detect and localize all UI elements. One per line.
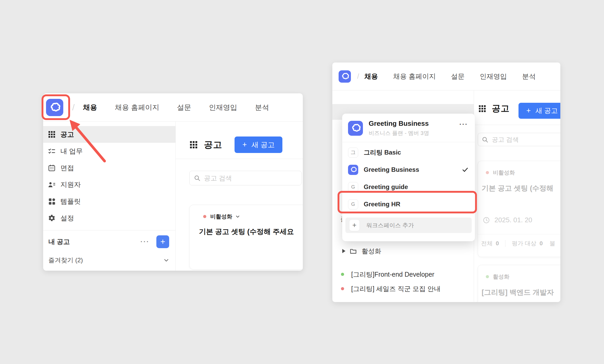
tab-career-site[interactable]: 채용 홈페이지: [393, 72, 436, 81]
window-left: / 채용 채용 홈페이지 설문 인재영입 분석 공고: [43, 93, 303, 271]
status-row: 비활성화: [203, 213, 303, 220]
favorites-row[interactable]: 즐겨찾기 (2): [43, 253, 175, 268]
workspace-more-button[interactable]: ···: [459, 121, 468, 128]
new-posting-button[interactable]: + 새 공고: [518, 103, 560, 119]
greeting-blob-icon: [48, 101, 61, 114]
workspace-logo-icon: [348, 165, 358, 175]
folder-label: 활성화: [362, 247, 381, 255]
status-dot-inactive: [203, 215, 206, 218]
search-input[interactable]: [492, 136, 560, 143]
workspace-initial-icon: 그: [348, 147, 358, 158]
posting-list-item[interactable]: [그리팅]Front-end Developer: [332, 268, 474, 281]
tab-career-site[interactable]: 채용 홈페이지: [115, 103, 159, 112]
new-posting-label: 새 공고: [252, 140, 275, 150]
tab-analytics[interactable]: 분석: [255, 103, 269, 112]
workspace-list: 그 그리팅 Basic Greeting Business: [342, 142, 475, 213]
sidebar-item-settings[interactable]: 설정: [43, 210, 175, 226]
left-topbar: / 채용 채용 홈페이지 설문 인재영입 분석: [43, 93, 303, 122]
chevron-down-icon[interactable]: [235, 214, 240, 219]
greeting-blob-icon: [350, 122, 361, 134]
grid-icon: [189, 140, 198, 149]
workspace-item-greeting-guide[interactable]: G Greeting guide: [342, 178, 475, 196]
posting-title: [그리팅] 백엔드 개발자: [482, 288, 560, 297]
posting-date: 2025. 01. 20: [494, 216, 532, 224]
check-icon: [462, 166, 469, 173]
status-badge: 비활성화: [493, 169, 515, 176]
workspace-logo: [348, 121, 363, 136]
status-dot-active: [341, 273, 344, 276]
divider: [474, 125, 560, 125]
sidebar-item-label: 면접: [60, 163, 74, 173]
date-row: 2025. 01. 20: [483, 216, 560, 224]
workspace-name: Greeting Business: [369, 120, 429, 128]
tab-survey[interactable]: 설문: [451, 72, 465, 81]
stat-separator: [505, 240, 505, 247]
clock-icon: [483, 217, 490, 224]
posting-label: [그리팅]Front-end Developer: [351, 270, 434, 279]
posting-card[interactable]: 비활성화 기본 공고 셋팅 (수정해 주세요: [189, 205, 303, 270]
page-title: 공고: [204, 139, 222, 151]
folder-active[interactable]: 활성화: [332, 244, 474, 258]
posting-card[interactable]: 비활성화 기본 공고 셋팅 (수정해 2025. 01. 20 전체 0: [478, 161, 560, 257]
stat-total: 전체 0: [481, 240, 499, 247]
sidebar-item-postings[interactable]: 공고: [43, 126, 175, 143]
sidebar-item-my-tasks[interactable]: 내 업무: [43, 143, 175, 160]
status-badge: 활성화: [493, 273, 509, 280]
posting-search: [478, 133, 560, 146]
plus-icon: +: [526, 106, 531, 115]
blocks-icon: [48, 197, 56, 205]
posting-label: [그리팅] 세일즈 직군 모집 안내: [351, 285, 441, 293]
workspace-logo-button[interactable]: [339, 70, 351, 83]
breadcrumb-slash: /: [357, 72, 359, 81]
status-dot-inactive: [341, 287, 344, 290]
tab-sourcing[interactable]: 인재영입: [209, 103, 237, 112]
sidebar-item-label: 내 업무: [60, 147, 83, 156]
workspace-item-greeting-business[interactable]: Greeting Business: [342, 161, 475, 178]
window-right: / 채용 채용 홈페이지 설문 인재영입 분석 즐겨찾기 (0) 비활성화: [332, 62, 560, 302]
more-options-button[interactable]: ···: [140, 238, 150, 246]
status-dot-inactive: [486, 171, 489, 174]
workspace-initial-icon: G: [348, 182, 358, 192]
checklist-icon: [48, 147, 56, 155]
right-sidebar: 즐겨찾기 (0) 비활성화 활성화 [그: [332, 90, 474, 302]
add-workspace-label: 워크스페이스 추가: [366, 221, 414, 229]
search-input[interactable]: [204, 174, 301, 182]
posting-list-item[interactable]: [그리팅] 세일즈 직군 모집 안내: [332, 282, 474, 295]
workspace-logo-button[interactable]: [46, 99, 63, 116]
stat-to-evaluate: 평가 대상 0: [512, 240, 543, 247]
posting-title: 기본 공고 셋팅 (수정해: [482, 184, 560, 193]
tab-recruiting[interactable]: 채용: [83, 103, 97, 112]
add-posting-button[interactable]: +: [156, 235, 169, 248]
sidebar-item-label: 공고: [60, 130, 74, 139]
posting-card[interactable]: 활성화 [그리팅] 백엔드 개발자: [478, 265, 560, 302]
right-top-nav: 채용 채용 홈페이지 설문 인재영입 분석: [364, 72, 536, 81]
sidebar-item-applicants[interactable]: 지원자: [43, 176, 175, 193]
new-posting-button[interactable]: + 새 공고: [235, 136, 282, 153]
workspace-item-greeting-hr[interactable]: G Greeting HR: [342, 196, 475, 213]
workspace-item-greeting-basic[interactable]: 그 그리팅 Basic: [342, 144, 475, 161]
new-posting-label: 새 공고: [535, 106, 558, 115]
sidebar-item-interviews[interactable]: 면접: [43, 160, 175, 176]
tab-recruiting[interactable]: 채용: [364, 72, 378, 81]
right-topbar: / 채용 채용 홈페이지 설문 인재영입 분석: [332, 62, 560, 90]
tab-sourcing[interactable]: 인재영입: [480, 72, 507, 81]
posting-title: 기본 공고 셋팅 (수정해 주세요: [199, 227, 303, 236]
plus-icon: +: [349, 219, 360, 231]
workspace-switcher-menu: Greeting Business 비즈니스 플랜 - 멤버 3명 ··· 그 …: [342, 113, 475, 241]
sidebar-item-label: 설정: [60, 214, 74, 223]
tab-analytics[interactable]: 분석: [522, 72, 536, 81]
my-postings-label: 내 공고: [48, 237, 70, 246]
workspace-initial-icon: G: [348, 199, 358, 209]
right-main-area: 공고 + 새 공고 비활성화 기본 공고 셋팅 (수정해: [474, 90, 560, 302]
status-row: 활성화: [486, 273, 560, 280]
status-row: 비활성화: [486, 169, 560, 176]
tab-survey[interactable]: 설문: [177, 103, 191, 112]
sidebar-item-templates[interactable]: 템플릿: [43, 193, 175, 210]
sidebar-item-label: 템플릿: [60, 197, 81, 206]
triangle-right-icon[interactable]: [342, 249, 345, 253]
add-workspace-button[interactable]: + 워크스페이스 추가: [345, 218, 472, 233]
stats-row: 전체 0 평가 대상 0 불: [481, 240, 560, 247]
greeting-blob-icon: [340, 72, 350, 81]
gear-icon: [48, 214, 56, 222]
chevron-down-icon[interactable]: [163, 257, 169, 263]
